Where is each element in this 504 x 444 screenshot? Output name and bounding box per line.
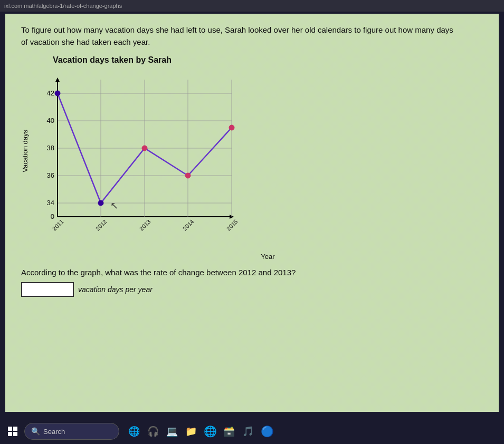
svg-text:0: 0 [51,213,54,220]
y-axis-label: Vacation days [21,130,29,172]
svg-marker-2 [55,78,60,82]
svg-point-25 [98,200,103,206]
svg-text:↖: ↖ [110,200,118,211]
url-text: ixl.com math/algebra-1/rate-of-change-gr… [4,3,122,9]
taskbar-chrome-icon[interactable]: 🔵 [260,424,274,439]
answer-input[interactable] [21,282,74,297]
svg-text:38: 38 [47,144,54,152]
svg-text:2013: 2013 [138,218,152,232]
chart-area: 42 40 38 36 34 0 2011 2012 2013 2014 201… [31,69,242,248]
taskbar-edge-icon[interactable]: 🌐 [203,424,217,439]
chart-container: Vacation days [21,69,483,248]
chart-title: Vacation days taken by Sarah [53,55,483,65]
taskbar-globe-icon[interactable]: 🌐 [127,424,141,439]
taskbar-spotify-icon[interactable]: 🎵 [241,424,255,439]
svg-text:2012: 2012 [94,218,108,232]
main-content: To figure out how many vacation days she… [5,14,499,412]
taskbar-monitor-icon[interactable]: 💻 [165,424,179,439]
svg-point-26 [142,146,147,151]
svg-point-28 [229,125,234,130]
svg-point-27 [185,173,191,178]
taskbar-store-icon[interactable]: 🗃️ [222,424,236,439]
search-icon: 🔍 [31,427,40,436]
windows-start-button[interactable] [4,423,21,440]
svg-text:34: 34 [47,199,54,207]
taskbar: 🔍 Search 🌐 🎧 💻 📁 🌐 🗃️ 🎵 🔵 [0,419,504,444]
x-axis-label: Year [53,253,483,260]
svg-text:42: 42 [47,89,54,97]
svg-point-24 [55,91,60,96]
answer-suffix-label: vacation days per year [78,285,153,294]
chart-svg: 42 40 38 36 34 0 2011 2012 2013 2014 201… [31,69,242,248]
taskbar-icons: 🌐 🎧 💻 📁 🌐 🗃️ 🎵 🔵 [127,424,274,439]
taskbar-music-icon[interactable]: 🎧 [146,424,160,439]
svg-text:40: 40 [47,117,54,124]
svg-text:36: 36 [47,171,54,179]
taskbar-search-bar[interactable]: 🔍 Search [24,423,119,440]
svg-text:2015: 2015 [225,218,239,232]
answer-row: vacation days per year [21,282,483,297]
windows-icon [8,427,17,436]
search-label: Search [43,428,65,436]
svg-text:2014: 2014 [182,218,195,232]
problem-text: To figure out how many vacation days she… [21,24,454,48]
question-text: According to the graph, what was the rat… [21,268,454,277]
taskbar-folder-icon[interactable]: 📁 [184,424,198,439]
browser-top-bar: ixl.com math/algebra-1/rate-of-change-gr… [0,0,504,12]
